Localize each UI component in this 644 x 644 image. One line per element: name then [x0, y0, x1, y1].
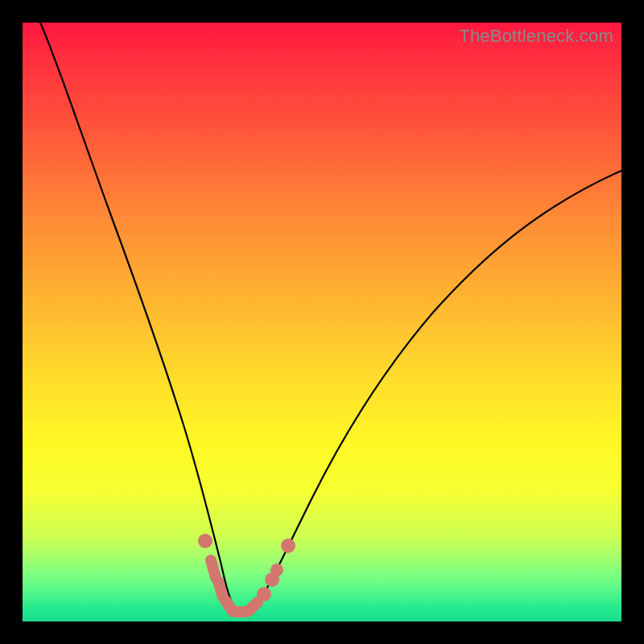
marker-tick — [218, 581, 223, 597]
plot-area: TheBottleneck.com — [23, 23, 621, 621]
chart-svg — [23, 23, 621, 621]
marker-dot — [270, 564, 283, 576]
bottleneck-curve — [40, 23, 621, 612]
chart-frame: TheBottleneck.com — [0, 0, 644, 644]
marker-dot — [281, 539, 295, 553]
trough-markers — [198, 534, 295, 612]
marker-dot — [257, 587, 271, 601]
marker-dot — [198, 534, 213, 548]
marker-tick — [211, 560, 216, 578]
marker-tick — [250, 602, 258, 610]
